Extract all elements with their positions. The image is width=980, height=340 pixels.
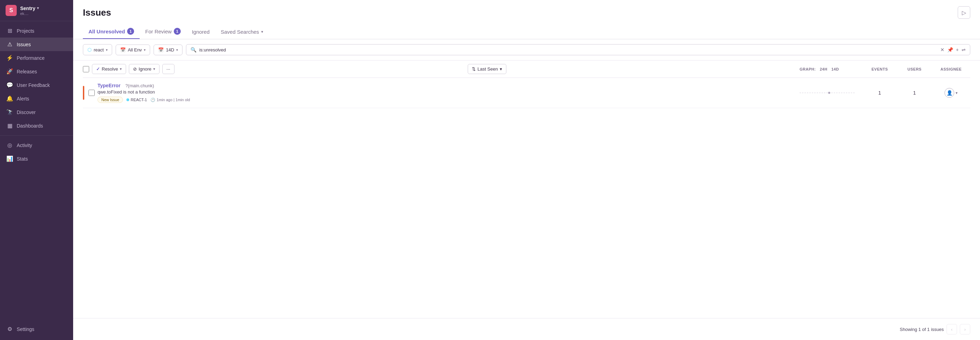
ignore-label: Ignore [138,66,151,72]
env-filter-button[interactable]: 📅 All Env ▾ [116,44,150,55]
sidebar-divider [0,135,73,136]
more-icon: ··· [167,66,170,72]
prev-page-button[interactable]: ‹ [947,324,957,334]
pin-search-icon[interactable]: 📌 [947,47,953,52]
search-input[interactable] [199,47,937,52]
calendar-icon: 📅 [120,47,126,52]
chevron-down-icon: ▾ [144,48,146,52]
check-icon: ✓ [96,66,100,72]
sidebar-item-releases[interactable]: 🚀 Releases [0,65,73,78]
clear-search-icon[interactable]: ✕ [940,47,945,52]
issue-columns: 1 1 👤 ▾ [800,88,970,98]
activity-icon: ◎ [6,142,13,149]
issue-meta: New Issue REACT-1 🕐 1min ago | 1min old [97,96,797,103]
react-filter-button[interactable]: ⬡ react ▾ [83,44,112,55]
column-headers: GRAPH: 24h 14d EVENTS USERS ASSIGNEE [800,67,970,71]
graph-24h: 24h [820,67,827,71]
date-icon: 📅 [158,47,164,52]
sidebar-item-performance[interactable]: ⚡ Performance [0,51,73,65]
sort-button[interactable]: ⇅ Last Seen ▾ [468,64,506,74]
resolve-label: Resolve [102,66,118,72]
pagination: Showing 1 of 1 issues ‹ › [73,318,980,340]
sidebar-item-label: Alerts [17,96,29,101]
stream-button[interactable]: ▷ [958,6,970,19]
next-page-button[interactable]: › [960,324,970,334]
sidebar-item-label: Activity [17,142,32,148]
issue-type[interactable]: TypeError [97,83,121,88]
user-feedback-icon: 💬 [6,82,13,88]
tab-all-unresolved[interactable]: All Unresolved 1 [83,24,140,39]
alerts-icon: 🔔 [6,95,13,102]
projects-icon: ⊞ [6,27,13,34]
ignore-button[interactable]: ⊘ Ignore ▾ [129,64,159,74]
date-filter-button[interactable]: 📅 14D ▾ [154,44,183,55]
tab-for-review[interactable]: For Review 1 [140,24,186,39]
tab-label: Saved Searches [221,29,259,35]
env-label: All Env [128,47,142,52]
sidebar-item-activity[interactable]: ◎ Activity [0,138,73,152]
sidebar-item-projects[interactable]: ⊞ Projects [0,24,73,38]
dashboards-icon: ▦ [6,122,13,129]
issues-table: ✓ Resolve ▾ ⊘ Ignore ▾ ··· ⇅ Last Seen ▾… [73,60,980,318]
releases-icon: 🚀 [6,68,13,75]
issue-assignee[interactable]: 👤 ▾ [932,88,970,98]
sidebar-item-label: Discover [17,109,35,115]
sidebar-item-issues[interactable]: ⚠ Issues [0,38,73,51]
react-icon: ⬡ [88,47,92,52]
main-content: Issues ▷ All Unresolved 1 For Review 1 I… [73,0,980,340]
sidebar-item-label: Releases [17,69,37,74]
table-row[interactable]: TypeError ?(main.chunk) qwe.toFixed is n… [83,78,970,108]
chevron-down-icon: ▾ [120,67,122,71]
sidebar-item-stats[interactable]: 📊 Stats [0,152,73,166]
filter-settings-icon[interactable]: ⇌ [961,47,966,52]
date-label: 14D [166,47,174,52]
sidebar-item-label: Stats [17,156,28,162]
sort-icon: ⇅ [472,66,476,72]
org-name: Sentry [20,6,35,11]
clock-icon: 🕐 [150,98,155,102]
issue-content: TypeError ?(main.chunk) qwe.toFixed is n… [97,83,797,103]
add-filter-icon[interactable]: + [956,47,959,52]
assignee-header: ASSIGNEE [932,67,970,71]
org-sub: ek.... [20,11,39,16]
org-selector[interactable]: Sentry ▾ ek.... [20,6,39,16]
page-title-row: Issues ▷ [83,6,970,19]
sidebar-item-discover[interactable]: 🔭 Discover [0,105,73,119]
chevron-down-icon: ▾ [176,48,178,52]
search-actions: ✕ 📌 + ⇌ [940,47,966,52]
events-header: EVENTS [862,67,897,71]
tab-saved-searches[interactable]: Saved Searches ▾ [215,25,269,39]
main-header: Issues ▷ All Unresolved 1 For Review 1 I… [73,0,980,39]
project-tag: REACT-1 [126,98,146,102]
more-actions-button[interactable]: ··· [162,64,175,74]
chevron-down-icon: ▾ [37,6,39,10]
resolve-button[interactable]: ✓ Resolve ▾ [92,64,126,74]
issue-graph [800,88,862,98]
graph-sparkline [800,88,855,98]
tab-ignored[interactable]: Ignored [186,25,215,39]
sidebar-nav: ⊞ Projects ⚠ Issues ⚡ Performance 🚀 Rele… [0,21,73,318]
pagination-text: Showing 1 of 1 issues [900,327,944,332]
sidebar-item-settings[interactable]: ⚙ Settings [0,322,73,336]
search-icon: 🔍 [191,47,196,52]
sidebar-item-user-feedback[interactable]: 💬 User Feedback [0,78,73,92]
discover-icon: 🔭 [6,109,13,115]
toolbar: ⬡ react ▾ 📅 All Env ▾ 📅 14D ▾ 🔍 ✕ 📌 + ⇌ [73,39,980,60]
chevron-down-icon: ▾ [261,30,263,34]
graph-14d: 14d [831,67,839,71]
sentry-logo: S [6,5,17,16]
sidebar-item-label: User Feedback [17,82,50,88]
tab-label: Ignored [192,29,210,35]
select-all-checkbox[interactable] [83,66,89,72]
sidebar-item-label: Performance [17,55,45,61]
chevron-down-icon[interactable]: ▾ [956,91,958,95]
stats-icon: 📊 [6,155,13,162]
tab-badge: 1 [127,28,134,35]
sidebar-item-label: Projects [17,28,35,34]
issue-location: ?(main.chunk) [126,83,154,88]
svg-point-1 [828,92,830,94]
sidebar-item-dashboards[interactable]: ▦ Dashboards [0,119,73,133]
tabs: All Unresolved 1 For Review 1 Ignored Sa… [83,24,970,39]
issue-checkbox[interactable] [89,90,95,96]
sidebar-item-alerts[interactable]: 🔔 Alerts [0,92,73,105]
